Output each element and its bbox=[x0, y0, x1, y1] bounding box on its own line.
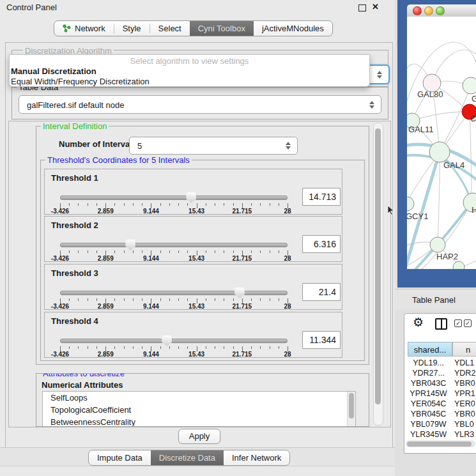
tab-style[interactable]: Style bbox=[114, 21, 150, 36]
threshold-slider[interactable] bbox=[60, 288, 288, 298]
node-label: GCY1 bbox=[407, 211, 428, 221]
table-row[interactable]: YBL079WYBL0 bbox=[404, 419, 476, 429]
tab-network-label: Network bbox=[75, 24, 105, 33]
scrollbar-thumb[interactable] bbox=[375, 128, 381, 404]
network-view-window: GAL80 GA GAL11 C GAL4 GCY1 H HAP2 bbox=[397, 0, 476, 288]
dropdown-option-equal-width[interactable]: Equal Width/Frequency Discretization bbox=[10, 77, 369, 87]
tab-jactivemnodules[interactable]: jActiveMNodules bbox=[254, 21, 332, 36]
checkbox-icon[interactable]: ✓ bbox=[464, 319, 472, 327]
slider-rail[interactable] bbox=[60, 339, 288, 343]
network-icon bbox=[63, 24, 71, 33]
control-panel-titlebar: Control Panel ✕ bbox=[0, 0, 397, 14]
list-scrollbar[interactable] bbox=[347, 392, 355, 426]
slider-rail[interactable] bbox=[60, 196, 288, 200]
thresholds-group: Threshold's Coordinates for 5 Intervals … bbox=[40, 160, 365, 361]
node-top-right[interactable] bbox=[463, 77, 476, 94]
threshold-label: Threshold 3 bbox=[51, 268, 98, 278]
algorithm-dropdown-popup: Select algorithm to view settings Manual… bbox=[9, 54, 370, 87]
node-label: GAL4 bbox=[443, 160, 464, 170]
dropdown-option-manual[interactable]: Manual Discretization bbox=[10, 66, 369, 77]
table-body: YDL19...YDL1 YDR27...YDR2 YBR043CYBR0 YP… bbox=[404, 358, 476, 440]
threshold-slider[interactable] bbox=[60, 240, 288, 250]
thresholds-group-title: Threshold's Coordinates for 5 Intervals bbox=[45, 155, 192, 165]
tick-labels: -3.4262.8599.14415.4321.71528 bbox=[60, 351, 288, 357]
attributes-list: SelfLoops TopologicalCoefficient Between… bbox=[42, 391, 356, 427]
threshold-3-box: Threshold 3 -3.4262.8599.14415.4321.7152… bbox=[44, 264, 342, 310]
checkbox-icon[interactable]: ✓ bbox=[454, 319, 462, 327]
list-item[interactable]: TopologicalCoefficient bbox=[43, 404, 355, 416]
close-traffic-light-icon[interactable] bbox=[413, 6, 422, 15]
vertical-scrollbar[interactable] bbox=[373, 123, 383, 426]
table-row[interactable]: YBR043CYBR0 bbox=[404, 378, 476, 388]
slider-thumb[interactable] bbox=[125, 240, 135, 250]
threshold-value-field[interactable]: 14.713 bbox=[302, 188, 341, 206]
number-of-intervals-value: 5 bbox=[137, 141, 142, 151]
table-header-row: shared... n bbox=[404, 342, 476, 357]
threshold-value-field[interactable]: 21.4 bbox=[302, 283, 341, 301]
slider-rail[interactable] bbox=[60, 291, 288, 295]
slider-thumb[interactable] bbox=[162, 335, 172, 346]
node-gal4[interactable] bbox=[429, 142, 450, 162]
gear-icon[interactable]: ⚙ bbox=[413, 315, 424, 330]
node-gcy1[interactable] bbox=[407, 197, 414, 211]
tab-impute-data[interactable]: Impute Data bbox=[89, 450, 151, 465]
list-item[interactable]: SelfLoops bbox=[43, 392, 355, 404]
tab-select[interactable]: Select bbox=[150, 21, 190, 36]
table-row[interactable]: YLR345WYLR3 bbox=[404, 429, 476, 440]
zoom-traffic-light-icon[interactable] bbox=[436, 6, 445, 15]
number-of-intervals-label: Number of Intervals bbox=[59, 139, 137, 149]
threshold-label: Threshold 2 bbox=[51, 220, 98, 230]
network-window-titlebar[interactable] bbox=[407, 4, 476, 17]
slider-rail[interactable] bbox=[60, 243, 288, 247]
slider-thumb[interactable] bbox=[234, 288, 245, 298]
threshold-label: Threshold 4 bbox=[51, 316, 98, 326]
table-row[interactable]: YBR045CYBR0 bbox=[404, 409, 476, 419]
scrollbar-thumb[interactable] bbox=[407, 441, 472, 447]
network-canvas[interactable]: GAL80 GA GAL11 C GAL4 GCY1 H HAP2 bbox=[407, 17, 476, 269]
apply-button[interactable]: Apply bbox=[178, 429, 220, 444]
list-item[interactable]: BetweennessCentrality bbox=[43, 416, 355, 427]
app-root: Control Panel ✕ Network Style Select Cyn… bbox=[0, 0, 476, 476]
attributes-group-title: Attributes to discretize bbox=[41, 373, 127, 378]
table-row[interactable]: YDL19...YDL1 bbox=[404, 358, 476, 368]
dropdown-hint: Select algorithm to view settings bbox=[10, 55, 369, 66]
combo-arrows-icon bbox=[286, 142, 291, 150]
close-icon[interactable]: ✕ bbox=[372, 2, 379, 12]
threshold-2-box: Threshold 2 -3.4262.8599.14415.4321.7152… bbox=[44, 216, 342, 262]
tab-infer-network[interactable]: Infer Network bbox=[224, 450, 289, 465]
tab-discretize-data[interactable]: Discretize Data bbox=[151, 450, 224, 465]
number-of-intervals-combobox[interactable]: 5 bbox=[129, 137, 298, 155]
float-window-icon[interactable] bbox=[358, 4, 366, 12]
threshold-value-field[interactable]: 11.344 bbox=[302, 331, 341, 349]
threshold-slider[interactable] bbox=[60, 335, 288, 346]
horizontal-scrollbar[interactable] bbox=[406, 440, 475, 447]
tab-cyni-toolbox[interactable]: Cyni Toolbox bbox=[190, 21, 254, 36]
node-label: HAP2 bbox=[436, 252, 458, 261]
node-bottom[interactable] bbox=[453, 261, 464, 269]
scrollbar-thumb[interactable] bbox=[349, 393, 354, 418]
interval-definition-title: Interval Definition bbox=[41, 121, 109, 131]
node-hap2[interactable] bbox=[430, 237, 445, 252]
settings-scroll-panel: Interval Definition Number of Intervals … bbox=[8, 121, 391, 427]
table-data-combobox[interactable]: galFiltered.sif default node bbox=[19, 95, 381, 114]
combo-arrows-icon bbox=[369, 101, 375, 109]
table-panel: ⚙ ✓ ✓ shared... n YDL19...YDL1 YDR27...Y… bbox=[404, 313, 476, 454]
table-row[interactable]: YDR27...YDR2 bbox=[404, 368, 476, 378]
mouse-cursor bbox=[387, 206, 395, 215]
table-row[interactable]: YER054CYER0 bbox=[404, 399, 476, 409]
node-label: GAL11 bbox=[408, 125, 434, 134]
threshold-slider[interactable] bbox=[60, 192, 288, 203]
slider-thumb[interactable] bbox=[186, 192, 196, 203]
threshold-4-box: Threshold 4 -3.4262.8599.14415.4321.7152… bbox=[44, 312, 342, 358]
minimize-traffic-light-icon[interactable] bbox=[424, 6, 433, 15]
column-layout-icon[interactable] bbox=[435, 318, 447, 330]
threshold-value-field[interactable]: 6.316 bbox=[302, 235, 341, 253]
threshold-label: Threshold 1 bbox=[51, 173, 98, 183]
tab-network[interactable]: Network bbox=[54, 21, 114, 36]
panel-title: Control Panel bbox=[6, 3, 57, 12]
threshold-1-box: Threshold 1 -3.4262.8599.14415.4321.7152… bbox=[44, 169, 342, 215]
node-label: GAL80 bbox=[417, 89, 443, 99]
column-header-shared-name[interactable]: shared... bbox=[408, 342, 452, 357]
table-row[interactable]: YPR145WYPR1 bbox=[404, 388, 476, 399]
column-header-name[interactable]: n bbox=[452, 342, 476, 357]
